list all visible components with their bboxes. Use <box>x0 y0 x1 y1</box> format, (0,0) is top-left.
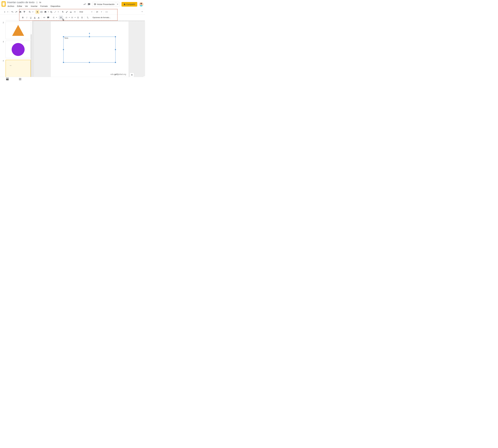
svg-point-52 <box>71 18 72 18</box>
image-caret[interactable] <box>48 10 49 14</box>
slide-number-3: 3 <box>3 41 4 58</box>
bulleted-list-button[interactable] <box>70 16 74 19</box>
svg-rect-58 <box>78 17 79 17</box>
clear-formatting-button[interactable] <box>85 16 89 19</box>
menu-insertar[interactable]: Insertar <box>30 5 38 8</box>
slide-canvas[interactable]: Texto. edu.gcfglobal.org <box>51 21 129 77</box>
resize-handle-se[interactable] <box>115 62 116 63</box>
svg-rect-28 <box>74 12 74 12</box>
font-family-select[interactable]: Arial <box>78 10 93 14</box>
present-button[interactable]: Iniciar Presentación <box>92 2 120 7</box>
underline-button[interactable]: U <box>29 16 33 19</box>
border-weight-button[interactable] <box>69 10 73 14</box>
user-avatar[interactable] <box>139 2 143 6</box>
svg-rect-1 <box>88 4 90 4</box>
collapse-toolbar-icon[interactable] <box>141 11 143 13</box>
svg-rect-8 <box>140 5 142 6</box>
filmstrip-scrollbar[interactable] <box>31 34 32 78</box>
slides-logo-icon[interactable] <box>1 1 6 7</box>
zoom-caret[interactable] <box>32 10 34 14</box>
insert-comment-button[interactable]: + <box>46 16 50 19</box>
toolbar-primary: T Arial 14 <box>0 9 145 15</box>
share-button-label: Compartir <box>126 3 135 5</box>
line-tool-button[interactable] <box>53 10 57 14</box>
svg-rect-82 <box>20 80 20 80</box>
svg-rect-35 <box>75 12 76 13</box>
numbered-list-caret[interactable] <box>68 16 70 19</box>
more-options-button[interactable] <box>105 10 108 14</box>
textbox-tool-button[interactable]: T <box>40 10 43 14</box>
zoom-button[interactable] <box>28 10 32 14</box>
rotate-handle[interactable] <box>89 33 90 34</box>
menu-archivo[interactable]: Archivo <box>7 5 15 8</box>
fill-color-button[interactable] <box>61 10 65 14</box>
slide-thumb-2[interactable] <box>6 22 31 39</box>
svg-line-22 <box>54 11 56 13</box>
slide-filmstrip: 2 3 4 Texto. <box>0 20 32 78</box>
svg-rect-26 <box>70 12 72 13</box>
resize-handle-n[interactable] <box>89 36 90 37</box>
bold-button[interactable]: B <box>21 16 25 19</box>
share-button[interactable]: Compartir <box>121 2 137 7</box>
slide-thumb-3[interactable] <box>6 41 31 58</box>
svg-marker-4 <box>95 4 95 4</box>
resize-handle-w[interactable] <box>63 49 64 50</box>
document-title[interactable]: Insertar cuadro de texto <box>7 1 34 4</box>
present-dropdown-caret[interactable] <box>116 2 119 6</box>
grid-view-button[interactable] <box>19 78 21 80</box>
increase-indent-button[interactable] <box>80 16 84 19</box>
text-color-button[interactable]: A <box>33 16 37 19</box>
italic-button[interactable]: I <box>25 16 29 19</box>
explore-button[interactable] <box>130 73 134 77</box>
resize-handle-e[interactable] <box>115 49 116 50</box>
svg-marker-0 <box>36 1 38 3</box>
resize-handle-ne[interactable] <box>115 36 116 37</box>
font-size-select[interactable]: 14 <box>95 10 103 14</box>
new-slide-button[interactable] <box>3 10 7 14</box>
header-actions: Iniciar Presentación Compartir <box>83 2 143 7</box>
image-tool-button[interactable] <box>44 10 47 14</box>
resize-handle-sw[interactable] <box>63 62 64 63</box>
resize-handle-nw[interactable] <box>63 36 64 37</box>
comments-icon[interactable] <box>88 3 90 6</box>
menu-ver[interactable]: Ver <box>25 5 28 8</box>
menu-diapositiva[interactable]: Diapositiva <box>50 5 61 8</box>
svg-marker-11 <box>7 12 8 12</box>
highlight-color-button[interactable] <box>37 16 41 19</box>
redo-button[interactable] <box>15 10 18 14</box>
align-caret[interactable] <box>56 16 57 19</box>
resize-handle-s[interactable] <box>89 62 90 63</box>
selected-textbox[interactable]: Texto. <box>63 37 116 63</box>
slide-canvas-area: Texto. edu.gcfglobal.org <box>32 20 145 78</box>
svg-rect-76 <box>20 78 20 79</box>
shape-tool-button[interactable] <box>49 10 53 14</box>
decrease-indent-button[interactable] <box>76 16 80 19</box>
align-button[interactable] <box>52 16 56 19</box>
svg-rect-59 <box>78 18 79 18</box>
new-slide-caret[interactable] <box>7 10 9 14</box>
line-spacing-button[interactable] <box>59 16 63 19</box>
filmstrip-view-button[interactable] <box>6 78 9 80</box>
activity-icon[interactable] <box>83 3 86 6</box>
horizontal-ruler <box>34 20 145 21</box>
insert-link-button[interactable] <box>42 16 46 19</box>
menu-editar[interactable]: Editar <box>17 5 23 8</box>
rotate-handle-line <box>89 34 90 36</box>
move-folder-icon[interactable] <box>39 1 41 3</box>
svg-text:+: + <box>48 17 49 18</box>
bulleted-list-caret[interactable] <box>74 16 76 19</box>
svg-rect-30 <box>75 12 76 12</box>
border-color-button[interactable] <box>65 10 69 14</box>
menu-formato[interactable]: Formato <box>40 5 48 8</box>
format-options-link[interactable]: Opciones de formato... <box>92 16 112 19</box>
numbered-list-button[interactable] <box>65 16 68 19</box>
border-dash-button[interactable] <box>73 10 77 14</box>
document-title-row: Insertar cuadro de texto <box>7 1 83 4</box>
paint-format-button[interactable] <box>22 10 26 14</box>
star-icon[interactable] <box>36 1 38 3</box>
print-button[interactable] <box>18 10 22 14</box>
undo-button[interactable] <box>10 10 14 14</box>
select-tool-button[interactable] <box>35 10 39 14</box>
line-caret[interactable] <box>57 10 59 14</box>
slide-thumb-4[interactable]: Texto. <box>6 60 31 77</box>
